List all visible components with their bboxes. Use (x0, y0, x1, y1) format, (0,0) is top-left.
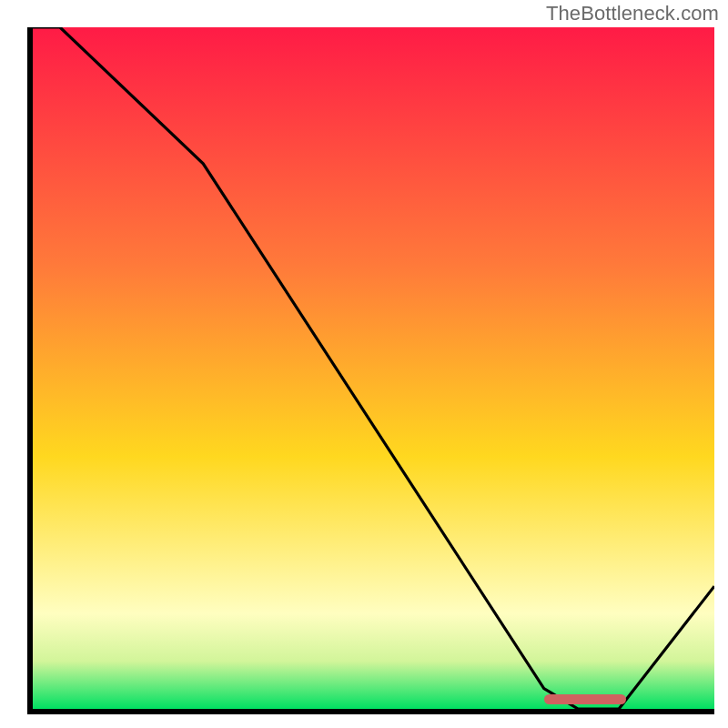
plot-area (33, 27, 714, 709)
plot-frame (27, 27, 714, 714)
optimal-range-marker (544, 694, 626, 704)
chart-container: TheBottleneck.com (0, 0, 728, 728)
attribution-label: TheBottleneck.com (546, 2, 719, 25)
bottleneck-curve (33, 27, 714, 709)
curve-path (33, 27, 714, 709)
